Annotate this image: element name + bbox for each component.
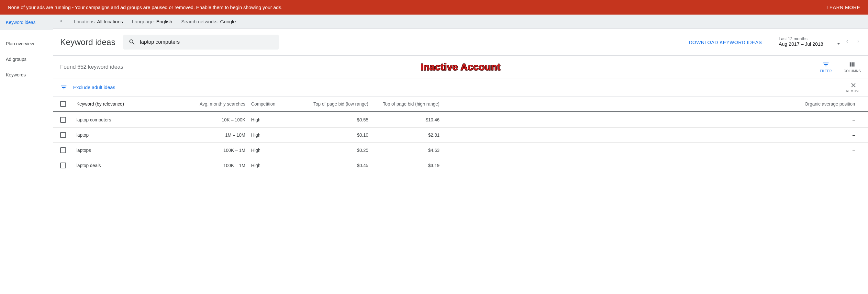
row-checkbox[interactable] xyxy=(60,163,66,168)
cell-organic: – xyxy=(445,117,861,122)
cell-competition: High xyxy=(251,163,309,168)
close-icon xyxy=(850,82,857,89)
setting-value: English xyxy=(156,19,172,24)
cell-searches: 1M – 10M xyxy=(186,133,251,138)
filter-button[interactable]: FILTER xyxy=(820,61,832,73)
setting-networks[interactable]: Search networks: Google xyxy=(181,19,236,24)
inactive-account-overlay: Inactive Account xyxy=(421,61,501,72)
cell-competition: High xyxy=(251,117,309,122)
date-range-value: Aug 2017 – Jul 2018 xyxy=(779,41,823,47)
sidebar-item-label: Keywords xyxy=(6,72,26,78)
search-box[interactable] xyxy=(123,35,279,50)
alert-banner: None of your ads are running - Your camp… xyxy=(0,0,868,14)
setting-language[interactable]: Language: English xyxy=(132,19,172,24)
chevron-right-icon xyxy=(856,39,861,44)
cell-searches: 100K – 1M xyxy=(186,148,251,153)
back-chevron-icon[interactable] xyxy=(57,19,65,25)
date-next-button[interactable] xyxy=(856,39,861,45)
columns-button[interactable]: COLUMNS xyxy=(843,61,861,73)
sidebar: Keyword ideas Plan overview Ad groups Ke… xyxy=(0,14,53,173)
cell-bid-low: $0.25 xyxy=(309,148,374,153)
setting-label: Language: xyxy=(132,19,155,24)
filter-icon xyxy=(60,84,67,91)
learn-more-button[interactable]: LEARN MORE xyxy=(827,4,860,10)
cell-bid-low: $0.55 xyxy=(309,117,374,122)
setting-value: All locations xyxy=(97,19,123,24)
filter-chip-exclude-adult[interactable]: Exclude adult ideas xyxy=(73,85,115,90)
filter-chip-row: Exclude adult ideas REMOVE xyxy=(53,78,868,96)
settings-bar: Locations: All locations Language: Engli… xyxy=(53,14,868,29)
sidebar-item-keywords[interactable]: Keywords xyxy=(0,67,53,83)
table-body: laptop computers10K – 100KHigh$0.55$10.4… xyxy=(53,112,868,173)
filter-icon xyxy=(823,61,830,68)
sidebar-item-label: Keyword ideas xyxy=(6,20,36,25)
cell-keyword: laptop deals xyxy=(76,163,186,168)
cell-keyword: laptop xyxy=(76,133,186,138)
download-keyword-ideas-button[interactable]: DOWNLOAD KEYWORD IDEAS xyxy=(689,39,762,45)
cell-competition: High xyxy=(251,133,309,138)
date-range: Last 12 months Aug 2017 – Jul 2018 xyxy=(779,36,861,48)
sidebar-item-ad-groups[interactable]: Ad groups xyxy=(0,52,53,67)
th-keyword[interactable]: Keyword (by relevance) xyxy=(76,101,186,107)
alert-bold: None of your ads are running xyxy=(8,4,70,10)
page-title: Keyword ideas xyxy=(60,37,116,47)
cell-searches: 10K – 100K xyxy=(186,117,251,122)
sidebar-item-keyword-ideas[interactable]: Keyword ideas xyxy=(0,14,53,30)
row-checkbox[interactable] xyxy=(60,117,66,123)
toolbar-label: FILTER xyxy=(820,69,832,73)
setting-label: Search networks: xyxy=(181,19,219,24)
cell-organic: – xyxy=(445,163,861,168)
remove-filter-button[interactable]: REMOVE xyxy=(846,82,861,93)
status-row: Found 652 keyword ideas Inactive Account… xyxy=(53,55,868,78)
cell-searches: 100K – 1M xyxy=(186,163,251,168)
sidebar-item-label: Plan overview xyxy=(6,41,34,46)
toolbar-label: COLUMNS xyxy=(843,69,861,73)
setting-locations[interactable]: Locations: All locations xyxy=(74,19,123,24)
th-organic[interactable]: Organic average position xyxy=(445,101,861,107)
dropdown-icon xyxy=(837,43,840,45)
cell-bid-high: $2.81 xyxy=(374,133,445,138)
page-header: Keyword ideas DOWNLOAD KEYWORD IDEAS Las… xyxy=(53,29,868,55)
cell-bid-high: $10.46 xyxy=(374,117,445,122)
table-header: Keyword (by relevance) Avg. monthly sear… xyxy=(53,96,868,112)
th-searches[interactable]: Avg. monthly searches xyxy=(186,101,251,107)
sidebar-item-plan-overview[interactable]: Plan overview xyxy=(0,36,53,52)
table-row[interactable]: laptop deals100K – 1MHigh$0.45$3.19– xyxy=(53,158,868,173)
main-content: Locations: All locations Language: Engli… xyxy=(53,14,868,173)
cell-bid-high: $4.63 xyxy=(374,148,445,153)
cell-competition: High xyxy=(251,148,309,153)
alert-text: None of your ads are running - Your camp… xyxy=(8,4,282,10)
chevron-left-icon xyxy=(845,39,850,44)
row-checkbox[interactable] xyxy=(60,132,66,138)
th-competition[interactable]: Competition xyxy=(251,101,309,107)
cell-organic: – xyxy=(445,148,861,153)
cell-bid-low: $0.10 xyxy=(309,133,374,138)
row-checkbox[interactable] xyxy=(60,147,66,153)
setting-label: Locations: xyxy=(74,19,96,24)
found-count-text: Found 652 keyword ideas xyxy=(60,64,123,70)
cell-organic: – xyxy=(445,133,861,138)
cell-bid-low: $0.45 xyxy=(309,163,374,168)
columns-icon xyxy=(848,61,856,68)
select-all-checkbox[interactable] xyxy=(60,101,66,107)
cell-keyword: laptops xyxy=(76,148,186,153)
table-row[interactable]: laptops100K – 1MHigh$0.25$4.63– xyxy=(53,143,868,158)
date-range-picker[interactable]: Last 12 months Aug 2017 – Jul 2018 xyxy=(779,36,840,48)
cell-keyword: laptop computers xyxy=(76,117,186,122)
table-row[interactable]: laptop1M – 10MHigh$0.10$2.81– xyxy=(53,127,868,143)
cell-bid-high: $3.19 xyxy=(374,163,445,168)
th-bid-high[interactable]: Top of page bid (high range) xyxy=(374,101,445,107)
date-range-label: Last 12 months xyxy=(779,36,840,41)
sidebar-item-label: Ad groups xyxy=(6,57,27,62)
search-input[interactable] xyxy=(140,39,274,45)
setting-value: Google xyxy=(220,19,236,24)
table-row[interactable]: laptop computers10K – 100KHigh$0.55$10.4… xyxy=(53,112,868,127)
remove-label: REMOVE xyxy=(846,89,861,93)
search-icon xyxy=(128,38,135,46)
th-bid-low[interactable]: Top of page bid (low range) xyxy=(309,101,374,107)
date-prev-button[interactable] xyxy=(845,39,850,45)
alert-rest: - Your campaigns and ad groups are pause… xyxy=(70,4,282,10)
